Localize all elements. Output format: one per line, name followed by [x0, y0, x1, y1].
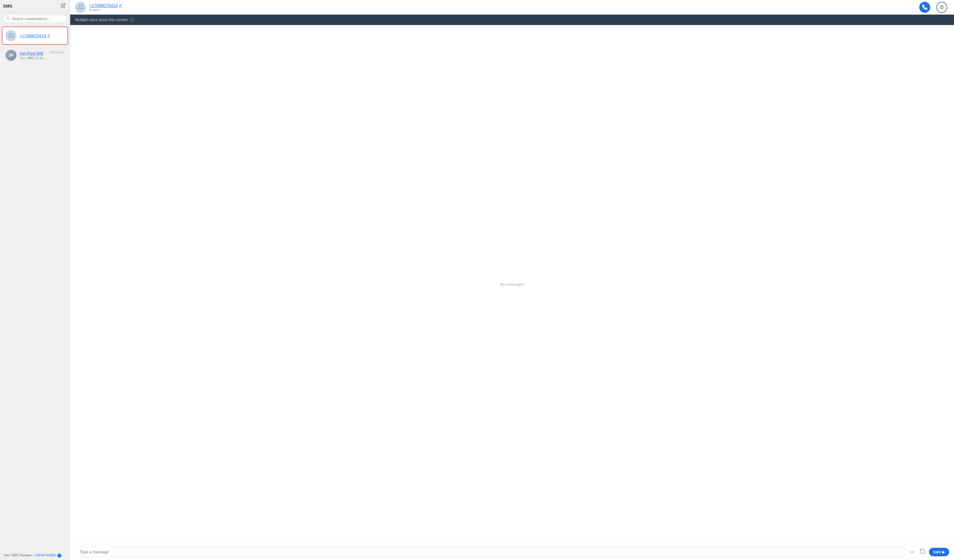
delete-button[interactable] — [934, 0, 949, 15]
message-input[interactable] — [80, 550, 902, 554]
conv-time: Yesterday — [50, 50, 64, 54]
conv-name: Jon-Paul Witt — [20, 51, 46, 56]
info-icon: ⓘ — [130, 17, 134, 23]
conv-name: +17089070414 ✔ — [20, 34, 64, 38]
sms-number-verified-icon: ✓ — [58, 554, 61, 558]
call-button[interactable] — [917, 0, 932, 15]
compose-area: 160 SMS ▶ — [70, 543, 954, 560]
send-arrow-icon: ▶ — [942, 550, 945, 554]
sidebar-footer: Your SMS Number: +18644744563 ✓ — [0, 551, 70, 560]
avatar — [6, 30, 17, 41]
sidebar-title: SMS — [3, 4, 12, 9]
search-bar — [0, 12, 70, 25]
phone-icon-circle — [919, 2, 930, 13]
verified-icon: ✔ — [47, 34, 50, 38]
message-input-wrapper — [75, 547, 907, 557]
sms-number-link[interactable]: +18644744563 — [33, 553, 56, 557]
compose-button[interactable] — [59, 2, 67, 10]
no-messages-text: No messages — [500, 282, 524, 286]
alert-banner: Multiple users share this number ⓘ — [70, 15, 954, 25]
conversation-item[interactable]: +17089070414 ✔ — [2, 26, 68, 45]
alert-text: Multiple users share this number — [75, 18, 128, 22]
svg-point-3 — [79, 5, 81, 7]
avatar: JP — [6, 50, 17, 61]
topbar-actions — [917, 0, 949, 15]
sidebar: SMS — [0, 0, 70, 560]
conv-info: +17089070414 ✔ — [20, 34, 64, 38]
search-icon — [6, 17, 10, 21]
avatar-image: JP — [6, 50, 17, 61]
svg-line-1 — [9, 19, 9, 20]
svg-point-0 — [7, 17, 9, 20]
attach-button[interactable] — [919, 547, 926, 557]
topbar-avatar — [75, 2, 86, 13]
sidebar-actions — [59, 2, 67, 10]
conv-info: Jon-Paul Witt You: MMS (1 attachment) — [20, 51, 46, 60]
topbar-subtext: 3 users — [89, 8, 504, 12]
sidebar-header: SMS — [0, 0, 70, 12]
topbar-info: +17089070414 ✔ 3 users — [89, 3, 504, 12]
sms-number-label: Your SMS Number: — [4, 553, 32, 557]
topbar-verified-icon: ✔ — [119, 3, 122, 8]
delete-icon — [936, 2, 947, 13]
conversation-item[interactable]: JP Jon-Paul Witt You: MMS (1 attachment)… — [2, 46, 68, 64]
send-button[interactable]: SMS ▶ — [929, 548, 949, 556]
conversation-list: +17089070414 ✔ JP Jon-Paul Witt You: MMS… — [0, 25, 70, 551]
search-input[interactable] — [12, 17, 64, 21]
search-wrapper — [3, 15, 67, 23]
conv-preview: You: MMS (1 attachment) — [20, 56, 46, 60]
messages-area: No messages — [70, 25, 954, 543]
topbar-contact-name[interactable]: +17089070414 ✔ — [89, 3, 504, 8]
send-label: SMS — [933, 550, 941, 554]
svg-point-2 — [9, 34, 11, 35]
topbar: +17089070414 ✔ 3 users — [70, 0, 954, 15]
main-panel: +17089070414 ✔ 3 users — [70, 0, 954, 560]
char-count: 160 — [909, 550, 915, 554]
